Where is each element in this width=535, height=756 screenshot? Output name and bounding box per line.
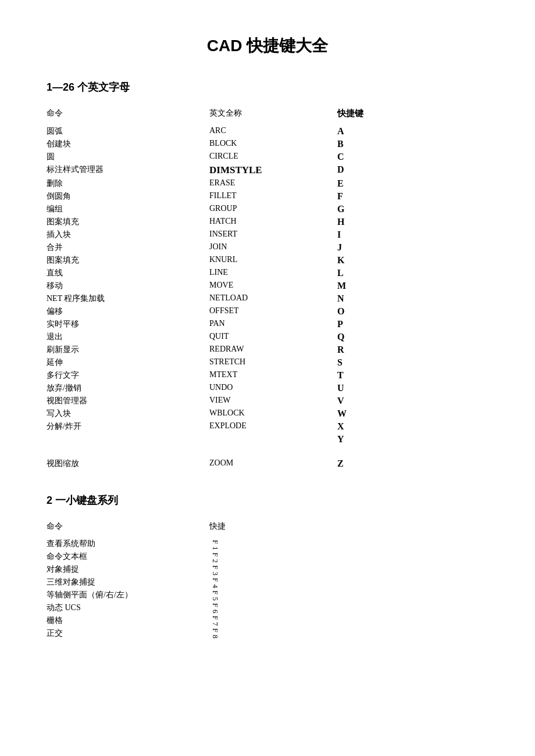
cmd-cell: 删除 [47, 178, 209, 189]
key-cell: D [337, 164, 407, 176]
eng-cell [209, 434, 337, 445]
eng-cell: MOVE [209, 281, 337, 291]
key-cell: O [337, 306, 407, 317]
s2-header-cmd: 命令 [47, 521, 209, 532]
cmd-cell: 延伸 [47, 357, 209, 368]
eng-cell: LINE [209, 268, 337, 278]
eng-cell: JOIN [209, 242, 337, 253]
list-item: 动态 UCS [47, 601, 209, 614]
s2-keys-column: F1F2F3F4F5F6F7F8 [209, 538, 221, 641]
section2: 2 一小键盘系列 命令 快捷 查看系统帮助命令文本框对象捕捉三维对象捕捉等轴侧平… [47, 493, 488, 641]
key-cell: K [337, 255, 407, 266]
cmd-cell: 退出 [47, 332, 209, 342]
cmd-cell: NET 程序集加载 [47, 293, 209, 304]
eng-cell: QUIT [209, 332, 337, 342]
cmd-cell: 创建块 [47, 139, 209, 149]
cmd-cell: 偏移 [47, 306, 209, 317]
list-item: 查看系统帮助 [47, 538, 209, 550]
eng-cell: WBLOCK [209, 409, 337, 419]
section2-heading: 2 一小键盘系列 [47, 493, 488, 507]
table-row: 分解/炸开EXPLODEX [47, 420, 488, 433]
eng-cell: HATCH [209, 217, 337, 227]
key-cell: B [337, 139, 407, 149]
cmd-cell: 写入块 [47, 409, 209, 419]
table-row: 创建块BLOCKB [47, 138, 488, 151]
table-row: 视图管理器VIEWV [47, 395, 488, 407]
cmd-cell: 图案填充 [47, 255, 209, 266]
eng-cell: NETLOAD [209, 293, 337, 304]
table-row: NET 程序集加载NETLOADN [47, 292, 488, 305]
cmd-cell: 视图管理器 [47, 396, 209, 406]
key-cell: I [337, 230, 407, 240]
eng-cell: UNDO [209, 383, 337, 393]
eng-cell: ERASE [209, 178, 337, 189]
table-row: 圆弧ARCA [47, 125, 488, 138]
page-title: CAD 快捷键大全 [47, 35, 488, 57]
cmd-cell: 图案填充 [47, 217, 209, 227]
key-cell: S [337, 357, 407, 368]
eng-cell: REDRAW [209, 345, 337, 355]
key-cell: H [337, 217, 407, 227]
key-cell: Y [337, 434, 407, 445]
table-row: 合并JOINJ [47, 241, 488, 254]
key-cell: V [337, 396, 407, 406]
cmd-cell: 分解/炸开 [47, 421, 209, 432]
table-row: 倒圆角FILLETF [47, 190, 488, 203]
cmd-cell: 刷新显示 [47, 345, 209, 355]
cmd-cell: 视图缩放 [47, 458, 209, 469]
list-item: 正交 [47, 627, 209, 640]
table-row: 直线LINEL [47, 267, 488, 280]
table-row: 删除ERASEE [47, 177, 488, 190]
cmd-cell: 倒圆角 [47, 191, 209, 202]
list-item: 命令文本框 [47, 550, 209, 563]
table-row: 多行文字MTEXTT [47, 369, 488, 382]
table-row: 写入块WBLOCKW [47, 407, 488, 420]
cmd-cell [47, 434, 209, 445]
table-row: 放弃/撤销UNDOU [47, 382, 488, 395]
list-item: 等轴侧平面（俯/右/左） [47, 589, 209, 601]
s2-cmd-column: 查看系统帮助命令文本框对象捕捉三维对象捕捉等轴侧平面（俯/右/左）动态 UCS栅… [47, 538, 209, 640]
table-row: 实时平移PANP [47, 318, 488, 331]
list-item: 三维对象捕捉 [47, 576, 209, 589]
cmd-cell: 合并 [47, 242, 209, 253]
eng-cell: BLOCK [209, 139, 337, 149]
eng-cell: GROUP [209, 204, 337, 214]
table-row: 标注样式管理器DIMSTYLED [47, 163, 488, 177]
section1-rows: 圆弧ARCA创建块BLOCKB圆CIRCLEC标注样式管理器DIMSTYLED删… [47, 125, 488, 470]
key-cell: P [337, 319, 407, 329]
eng-cell: ZOOM [209, 458, 337, 469]
cmd-cell: 插入块 [47, 230, 209, 240]
cmd-cell: 圆 [47, 152, 209, 162]
table-row: 延伸STRETCHS [47, 356, 488, 369]
rotated-keys: F1F2F3F4F5F6F7F8 [209, 540, 221, 641]
table-row: 视图缩放ZOOMZ [47, 457, 488, 470]
key-cell: X [337, 421, 407, 432]
cmd-cell: 直线 [47, 268, 209, 278]
key-cell: E [337, 178, 407, 189]
table-row: 插入块INSERTI [47, 228, 488, 241]
key-cell: J [337, 242, 407, 253]
key-cell: Q [337, 332, 407, 342]
eng-cell: PAN [209, 319, 337, 329]
key-cell: N [337, 293, 407, 304]
section2-header: 命令 快捷 [47, 519, 488, 534]
eng-cell: FILLET [209, 191, 337, 202]
key-cell: A [337, 126, 407, 137]
table-row: 图案填充KNURLK [47, 254, 488, 267]
table-row: 偏移OFFSETO [47, 305, 488, 318]
eng-cell: KNURL [209, 255, 337, 266]
key-cell: C [337, 152, 407, 162]
key-cell: M [337, 281, 407, 291]
section1-header: 命令 英文全称 快捷键 [47, 106, 488, 121]
section1: 1—26 个英文字母 命令 英文全称 快捷键 圆弧ARCA创建块BLOCKB圆C… [47, 80, 488, 470]
key-cell: R [337, 345, 407, 355]
cmd-cell: 实时平移 [47, 319, 209, 329]
s2-content: 查看系统帮助命令文本框对象捕捉三维对象捕捉等轴侧平面（俯/右/左）动态 UCS栅… [47, 538, 488, 641]
section2-rows: 查看系统帮助命令文本框对象捕捉三维对象捕捉等轴侧平面（俯/右/左）动态 UCS栅… [47, 538, 488, 641]
table-row: 退出QUITQ [47, 331, 488, 343]
cmd-cell: 标注样式管理器 [47, 164, 209, 176]
table-row: 刷新显示REDRAWR [47, 343, 488, 356]
s2-header-key: 快捷 [209, 521, 337, 532]
section1-heading: 1—26 个英文字母 [47, 80, 488, 94]
header-eng: 英文全称 [209, 108, 337, 119]
